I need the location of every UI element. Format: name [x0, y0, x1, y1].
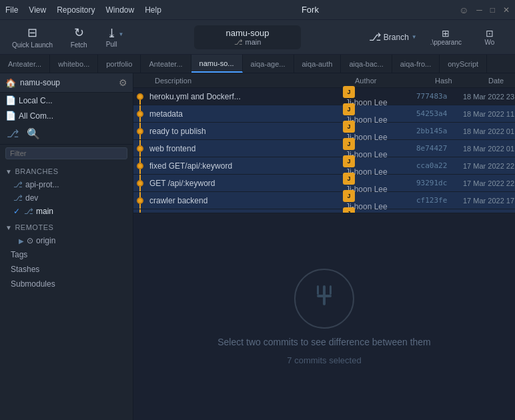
- commit-desc-3: web frontend: [149, 144, 343, 153]
- pull-icon: ⤓: [107, 26, 117, 41]
- graph-4: [133, 157, 149, 174]
- close-button[interactable]: ✕: [503, 5, 510, 15]
- stashes-item[interactable]: Stashes: [0, 262, 133, 277]
- commit-row-4[interactable]: fixed GET/api/:keyword J Ji-hoon Lee cca…: [133, 157, 515, 175]
- tab-onyscript[interactable]: onyScript: [440, 55, 487, 73]
- commit-date-3: 18 Mar 2022 01:34: [463, 145, 515, 153]
- sidebar-local-commits[interactable]: 📄 Local C...: [0, 93, 133, 108]
- graph-dot-4: [137, 163, 143, 169]
- quick-launch-button[interactable]: ⊟ Quick Launch: [5, 23, 59, 51]
- wo-icon: ⊡: [486, 28, 494, 39]
- local-commits-icon: 📄: [5, 95, 16, 105]
- quick-launch-label: Quick Launch: [12, 41, 53, 49]
- fetch-label: Fetch: [71, 41, 87, 49]
- filter-input[interactable]: [5, 147, 127, 159]
- branch-sym-main: ⎇: [24, 207, 33, 216]
- col-header-date: Date: [483, 77, 515, 85]
- local-commits-label: Local C...: [19, 96, 53, 105]
- commit-row-0[interactable]: heroku.yml and Dockerf... J Ji-hoon Lee …: [133, 88, 515, 105]
- svg-rect-1: [317, 285, 319, 295]
- fetch-icon: ↻: [74, 25, 84, 40]
- author-badge-0: J: [343, 86, 355, 98]
- repo-icon: 🏠: [5, 78, 16, 88]
- tab-portfolio[interactable]: portfolio: [98, 55, 141, 73]
- appearance-button[interactable]: ⊞ .\ppearanc: [425, 25, 467, 49]
- commit-text-3: web frontend: [149, 144, 195, 153]
- menu-repository[interactable]: Repository: [57, 5, 95, 15]
- tags-item[interactable]: Tags: [0, 247, 133, 262]
- menu-view[interactable]: View: [29, 5, 46, 15]
- sidebar-repo-item[interactable]: 🏠 namu-soup ⚙: [0, 73, 133, 93]
- commit-date-4: 17 Mar 2022 22:34: [463, 162, 515, 170]
- branch-button[interactable]: ⎇ Branch ▼: [364, 28, 422, 46]
- commit-author-7: J Ji-hoon Lee: [343, 207, 416, 214]
- tab-anteater2[interactable]: Anteater...: [141, 55, 191, 73]
- repo-branch: ⎇ main: [205, 38, 290, 47]
- remotes-section: ▼ Remotes: [0, 218, 133, 234]
- menu-bar[interactable]: File View Repository Window Help: [5, 5, 161, 15]
- pull-label: Pull: [106, 41, 117, 48]
- search-icon[interactable]: 🔍: [25, 126, 41, 141]
- author-badge-7: J: [343, 207, 355, 214]
- content-area: Description Author Hash Date heroku.yml …: [133, 73, 515, 420]
- author-badge-5: J: [343, 173, 355, 185]
- wo-button[interactable]: ⊡ Wo: [470, 25, 510, 49]
- remotes-header[interactable]: ▼ Remotes: [5, 222, 127, 233]
- sidebar-icons-row: ⎇ 🔍: [0, 123, 133, 145]
- sidebar-all-commits[interactable]: 📄 All Com...: [0, 108, 133, 123]
- graph-6: [133, 192, 149, 209]
- branch-main[interactable]: ✓ ⎇ main: [0, 205, 133, 218]
- submodules-item[interactable]: Submodules: [0, 277, 133, 291]
- filter-container: [0, 145, 133, 162]
- tab-aiqa-bac[interactable]: aiqa-bac...: [341, 55, 392, 73]
- tab-aiqa-age[interactable]: aiqa-age...: [243, 55, 294, 73]
- sidebar-repo-name: namu-soup: [20, 78, 60, 87]
- git-icon[interactable]: ⎇: [5, 126, 20, 141]
- fetch-button[interactable]: ↻ Fetch: [62, 23, 95, 51]
- tab-whitebo[interactable]: whitebo...: [50, 55, 98, 73]
- maximize-button[interactable]: □: [490, 5, 495, 15]
- commit-date-6: 17 Mar 2022 17:52: [463, 197, 515, 205]
- quick-launch-icon: ⊟: [27, 25, 37, 40]
- remote-origin[interactable]: ▶ ⊙ origin: [0, 234, 133, 247]
- tab-aiqa-auth[interactable]: aiqa-auth: [294, 55, 342, 73]
- graph-0: [133, 88, 149, 105]
- commit-date-2: 18 Mar 2022 01:38: [463, 127, 515, 135]
- branch-tool-icon: ⎇: [369, 31, 381, 43]
- branch-dev[interactable]: ⎇ dev: [0, 191, 133, 205]
- menu-file[interactable]: File: [5, 5, 18, 15]
- menu-window[interactable]: Window: [106, 5, 135, 15]
- gear-icon[interactable]: ⚙: [119, 77, 127, 88]
- commit-desc-0: heroku.yml and Dockerf...: [149, 92, 343, 101]
- commit-text-6: crawler backend: [149, 196, 207, 205]
- branches-header[interactable]: ▼ Branches: [5, 166, 127, 177]
- commit-row-5[interactable]: GET /api/:keyword J Ji-hoon Lee 93291dc …: [133, 175, 515, 192]
- branch-name: main: [245, 38, 262, 46]
- commit-hash-0: 777483a: [416, 92, 463, 101]
- appearance-label: .\ppearanc: [430, 39, 462, 46]
- branches-label: Branches: [15, 167, 58, 175]
- branch-api-prot[interactable]: ⎇ api-prot...: [0, 178, 133, 191]
- branch-api-name: api-prot...: [25, 180, 59, 189]
- tab-namu-soup[interactable]: namu-so...: [191, 55, 243, 73]
- commit-row-2[interactable]: ready to publish J Ji-hoon Lee 2bb145a 1…: [133, 123, 515, 140]
- tab-anteater1[interactable]: Anteater...: [0, 55, 50, 73]
- graph-dot-5: [137, 180, 143, 187]
- author-badge-4: J: [343, 155, 355, 167]
- commit-row-6[interactable]: crawler backend J Ji-hoon Lee cf123fe 17…: [133, 192, 515, 209]
- menu-help[interactable]: Help: [145, 5, 161, 15]
- pull-button[interactable]: ⤓ Pull ▼: [98, 23, 131, 51]
- commit-row-1[interactable]: metadata J Ji-hoon Lee 54253a4 18 Mar 20…: [133, 105, 515, 123]
- graph-dot-1: [137, 111, 143, 117]
- origin-name: origin: [36, 236, 55, 245]
- repo-display: namu-soup ⎇ main: [194, 25, 301, 49]
- appearance-icon: ⊞: [442, 28, 450, 39]
- graph-dot-3: [137, 145, 143, 152]
- wo-label: Wo: [485, 39, 495, 46]
- main-layout: 🏠 namu-soup ⚙ 📄 Local C... 📄 All Com... …: [0, 73, 515, 420]
- col-header-desc: Description: [149, 77, 350, 85]
- commit-row-3[interactable]: web frontend J Ji-hoon Lee 8e74427 18 Ma…: [133, 140, 515, 157]
- branch-sym-api: ⎇: [13, 180, 23, 189]
- minimize-button[interactable]: ─: [476, 5, 482, 15]
- tab-aiqa-fro[interactable]: aiqa-fro...: [392, 55, 440, 73]
